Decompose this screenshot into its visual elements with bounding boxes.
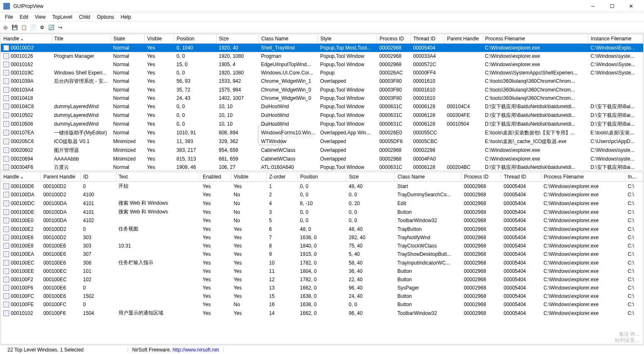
column-header[interactable]: Enabled [200, 172, 231, 182]
column-header[interactable]: State [111, 34, 144, 44]
minimize-button[interactable]: ─ [583, 0, 602, 12]
table-row[interactable]: 000100DC000100DA4101搜索 Web 和 WindowsYesN… [1, 199, 643, 208]
menu-view[interactable]: View [32, 13, 49, 21]
window-icon [3, 260, 9, 266]
menu-toplevel[interactable]: TopLevel [49, 13, 76, 21]
window-icon [3, 53, 9, 59]
column-header[interactable]: Thread ID [410, 34, 444, 44]
table-row[interactable]: 000100F2000100EC102YesYes121782, 022, 40… [1, 275, 643, 284]
window-icon [3, 139, 9, 144]
table-row[interactable]: 000100E0000100DA4102YesNo50, 00, 0Toolba… [1, 216, 643, 225]
menu-options[interactable]: Options [93, 13, 117, 21]
table-row[interactable]: 000100EC000100E6308任务栏输入指示YesYes101782, … [1, 258, 643, 267]
status-count: 22 Top Level Windows, 1 Selected [3, 347, 128, 353]
copy-icon[interactable]: 📋 [20, 24, 27, 31]
column-header[interactable]: ID [81, 172, 116, 182]
table-row[interactable]: 000100E2000100D20任务视图YesYes648, 048, 40T… [1, 225, 643, 233]
column-header[interactable]: Style [318, 34, 377, 44]
table-row[interactable]: 000100E8000100E630310:31YesYes81840, 075… [1, 242, 643, 250]
maximize-button[interactable]: ☐ [602, 0, 622, 12]
options-icon[interactable]: ⚙ [38, 24, 46, 31]
table-row[interactable]: 000100D6000100D20开始YesYes10, 048, 40Star… [1, 182, 643, 191]
table-row[interactable]: 000100E6000100D2303YesYes71638, 0282, 40… [1, 233, 643, 242]
table-row[interactable]: 000100EE000100EC101YesYes111804, 036, 40… [1, 267, 643, 275]
table-row[interactable]: 00010162NormalYes15, 01905, 4EdgeUiInput… [1, 60, 643, 69]
column-header[interactable]: Process ID [461, 172, 501, 182]
window-icon [3, 268, 9, 274]
column-header[interactable]: Position [174, 34, 216, 44]
column-header[interactable]: Handle▲ [1, 34, 52, 44]
menu-file[interactable]: File [2, 13, 16, 21]
window-icon [3, 45, 9, 51]
column-header[interactable]: Title [52, 34, 111, 44]
column-header[interactable]: Size [216, 34, 259, 44]
target-icon[interactable]: ◎ [2, 24, 9, 31]
menu-help[interactable]: Help [118, 13, 135, 21]
window-title: GUIPropView [13, 3, 583, 9]
table-row[interactable]: 000100F6000100E60YesYes131662, 096, 40Sy… [1, 284, 643, 292]
exit-icon[interactable]: ↪ [57, 24, 64, 31]
column-header[interactable]: Text [116, 172, 200, 182]
table-row[interactable]: 000100DA000100D24100YesNo20, 00, 0TrayDu… [1, 191, 643, 199]
window-icon [3, 285, 9, 291]
window-icon [3, 201, 9, 206]
table-row[interactable]: 00010418NormalYes24, 431402, 1007Chrome_… [1, 94, 643, 102]
table-row[interactable]: 00010502dummyLayeredWndNormalYes0, 010, … [1, 111, 643, 120]
close-button[interactable]: ✕ [622, 0, 641, 12]
table-row[interactable]: 000100EA000100E6307YesYes91915, 05, 40Tr… [1, 250, 643, 258]
table-row[interactable]: 0001039A后台内容管理系统 - 安...NormalYes56, 9315… [1, 77, 643, 86]
menubar: FileEditViewTopLevelChildOptionsHelp [0, 12, 644, 22]
table-row[interactable]: 00020602图片管理器MinimizedYes383, 217954, 65… [1, 146, 643, 155]
save-icon[interactable]: 💾 [11, 24, 18, 31]
column-header[interactable]: Class Name [395, 172, 462, 182]
nirsoft-link[interactable]: http://www.nirsoft.net [172, 347, 219, 353]
toolbar: ◎💾📋📄⚙🔄↪ [0, 22, 644, 33]
column-header[interactable]: Visible [145, 34, 174, 44]
column-header[interactable]: Process Filename [482, 34, 588, 44]
column-header[interactable]: In... [625, 172, 643, 182]
table-row[interactable]: 00010102000100F61504用户显示的通知区域YesYes14166… [1, 309, 643, 317]
table-row[interactable]: 00010508dummyLayeredWndNormalYes0, 010, … [1, 120, 643, 129]
table-row[interactable]: 0001019CWindows Shell Experi...NormalYes… [1, 69, 643, 77]
refresh-icon[interactable]: 🔄 [47, 24, 55, 31]
column-header[interactable]: Z-order [266, 172, 297, 182]
window-icon [3, 243, 9, 249]
column-header[interactable]: Position [297, 172, 346, 182]
column-header[interactable]: Process ID [377, 34, 410, 44]
column-header[interactable]: Size [346, 172, 395, 182]
column-header[interactable]: Parent Handle [445, 34, 483, 44]
table-row[interactable]: 00010126Program ManagerNormalYes0, 01920… [1, 52, 643, 60]
child-windows-pane[interactable]: Handle▲Parent HandleIDTextEnabledVisible… [0, 172, 644, 344]
menu-edit[interactable]: Edit [16, 13, 32, 21]
table-row[interactable]: 000104C8dummyLayeredWndNormalYes0, 010, … [1, 102, 643, 111]
table-row[interactable]: 00020694AAAAAbbbMinimizedYes815, 313661,… [1, 155, 643, 163]
menu-child[interactable]: Child [76, 13, 93, 21]
window-icon [3, 95, 9, 101]
table-row[interactable]: 000107EA一键排版助手(MyEditor)NormalYes1010, 9… [1, 129, 643, 137]
table-row[interactable]: 000100FC000100E61502YesYes151638, 024, 4… [1, 292, 643, 300]
column-header[interactable]: Visible [231, 172, 266, 182]
top-level-pane[interactable]: Handle▲TitleStateVisiblePositionSizeClas… [0, 34, 644, 171]
window-icon [3, 70, 9, 76]
column-header[interactable]: Instance Filename [588, 34, 643, 44]
table-row[interactable]: 000100D2NormalYes0, 10401920, 40Shell_Tr… [1, 44, 643, 52]
column-header[interactable]: Parent Handle [41, 172, 81, 182]
table-row[interactable]: 000103A4NormalYes35, 721575, 984Chrome_W… [1, 86, 643, 94]
column-header[interactable]: Class Name [258, 34, 317, 44]
properties-icon[interactable]: 📄 [29, 24, 37, 31]
column-header[interactable]: Process Filename [541, 172, 625, 182]
table-row[interactable]: 000205C6ICO提取器 V0.1MinimizedYes11, 39332… [1, 137, 643, 146]
table-row[interactable]: 000100DE000100DA4101搜索 Web 和 WindowsYesN… [1, 208, 643, 216]
column-header[interactable]: Thread ID [501, 172, 541, 182]
window-icon [3, 164, 9, 170]
window-icon [3, 156, 9, 162]
window-icon [3, 147, 9, 153]
table-row[interactable]: 000100FE000100FC0YesNo161638, 00, 0Butto… [1, 300, 643, 309]
table-row[interactable]: 000304F6百度云NormalYes1909, 46106, 27ATL:0… [1, 163, 643, 171]
window-icon [3, 87, 9, 93]
column-header[interactable]: Handle▲ [1, 172, 41, 182]
status-credit: NirSoft Freeware. http://www.nirsoft.net [128, 347, 224, 353]
window-icon [3, 104, 9, 109]
window-icon [3, 192, 9, 198]
window-icon [3, 235, 9, 240]
